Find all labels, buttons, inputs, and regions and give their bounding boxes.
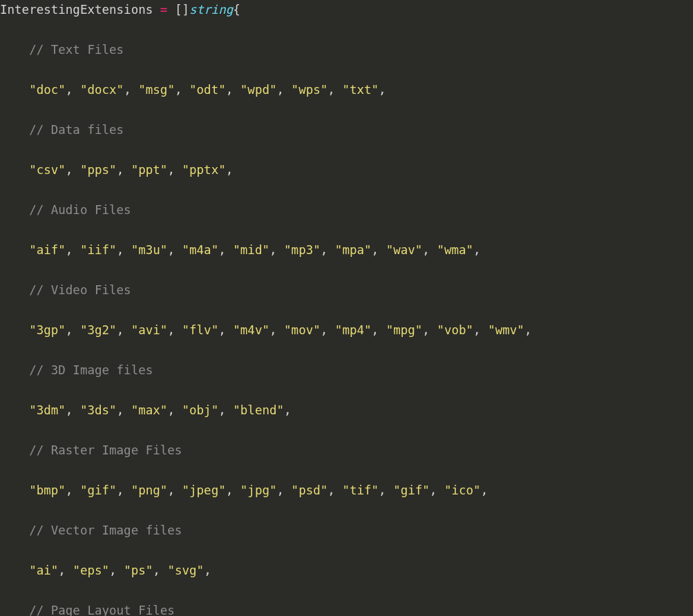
string-literal: "odt" bbox=[189, 83, 226, 97]
string-literal: "eps" bbox=[73, 564, 109, 577]
string-literal: "mp3" bbox=[284, 243, 321, 257]
string-literal: "max" bbox=[131, 403, 168, 417]
string-literal: "bmp" bbox=[29, 483, 66, 497]
comma: , bbox=[124, 83, 131, 97]
comma: , bbox=[226, 483, 234, 497]
string-literal: "psd" bbox=[292, 483, 328, 497]
comma: , bbox=[58, 564, 66, 577]
comma: , bbox=[321, 323, 328, 337]
comment-line: // Page Layout Files bbox=[0, 601, 693, 616]
comma: , bbox=[277, 483, 285, 497]
string-literal: "tif" bbox=[342, 483, 379, 497]
items-line: "3gp", "3g2", "avi", "flv", "m4v", "mov"… bbox=[0, 320, 693, 340]
comma: , bbox=[422, 243, 430, 257]
comma: , bbox=[327, 483, 335, 497]
string-literal: "ai" bbox=[29, 564, 58, 577]
string-literal: "3gp" bbox=[29, 323, 66, 337]
string-literal: "aif" bbox=[29, 243, 66, 257]
comment-line: // Audio Files bbox=[0, 200, 693, 220]
string-literal: "csv" bbox=[29, 163, 66, 177]
string-literal: "wav" bbox=[386, 243, 423, 257]
comma: , bbox=[524, 323, 532, 337]
items-line: "aif", "iif", "m3u", "m4a", "mid", "mp3"… bbox=[0, 240, 693, 260]
items-line: "bmp", "gif", "png", "jpeg", "jpg", "psd… bbox=[0, 481, 693, 501]
comment: // Data files bbox=[29, 123, 124, 137]
comma: , bbox=[269, 323, 277, 337]
comma: , bbox=[218, 243, 226, 257]
comma: , bbox=[327, 83, 335, 97]
comma: , bbox=[430, 483, 437, 497]
string-literal: "gif" bbox=[393, 483, 430, 497]
string-literal: "pps" bbox=[80, 163, 117, 177]
comma: , bbox=[167, 403, 175, 417]
comment: // Video Files bbox=[29, 283, 131, 297]
string-literal: "doc" bbox=[29, 83, 66, 97]
items-line: "csv", "pps", "ppt", "pptx", bbox=[0, 160, 693, 180]
assign-op: = [] bbox=[153, 3, 189, 17]
comment: // 3D Image files bbox=[29, 363, 153, 377]
comment: // Vector Image files bbox=[29, 523, 182, 537]
comma: , bbox=[66, 403, 73, 417]
string-literal: "m4a" bbox=[182, 243, 219, 257]
comma: , bbox=[218, 323, 226, 337]
string-literal: "wma" bbox=[437, 243, 473, 257]
comma: , bbox=[117, 403, 124, 417]
items-line: "doc", "docx", "msg", "odt", "wpd", "wps… bbox=[0, 80, 693, 100]
string-literal: "msg" bbox=[138, 83, 175, 97]
comma: , bbox=[66, 83, 73, 97]
comma: , bbox=[379, 483, 386, 497]
comma: , bbox=[109, 564, 117, 577]
comma: , bbox=[153, 564, 160, 577]
string-literal: "m3u" bbox=[131, 243, 168, 257]
comma: , bbox=[321, 243, 328, 257]
comma: , bbox=[167, 163, 175, 177]
string-literal: "txt" bbox=[342, 83, 379, 97]
string-literal: "ps" bbox=[124, 564, 153, 577]
comma: , bbox=[481, 483, 488, 497]
comma: , bbox=[66, 483, 73, 497]
string-literal: "m4v" bbox=[233, 323, 269, 337]
comma: , bbox=[167, 323, 175, 337]
string-literal: "wps" bbox=[292, 83, 328, 97]
string-literal: "mid" bbox=[233, 243, 269, 257]
comment-line: // Vector Image files bbox=[0, 521, 693, 541]
string-literal: "svg" bbox=[167, 564, 204, 577]
comment-line: // 3D Image files bbox=[0, 360, 693, 381]
string-literal: "docx" bbox=[80, 83, 124, 97]
comma: , bbox=[167, 483, 175, 497]
string-literal: "3dm" bbox=[29, 403, 66, 417]
comment: // Audio Files bbox=[29, 203, 131, 217]
comma: , bbox=[117, 323, 124, 337]
comma: , bbox=[269, 243, 277, 257]
comma: , bbox=[204, 564, 211, 577]
code-block: InterestingExtensions = []string{ // Tex… bbox=[0, 0, 693, 616]
comma: , bbox=[422, 323, 430, 337]
comma: , bbox=[66, 243, 73, 257]
comma: , bbox=[473, 243, 481, 257]
string-literal: "wpd" bbox=[240, 83, 277, 97]
items-line: "ai", "eps", "ps", "svg", bbox=[0, 561, 693, 581]
string-literal: "gif" bbox=[80, 483, 117, 497]
string-literal: "mp4" bbox=[335, 323, 372, 337]
comma: , bbox=[66, 163, 73, 177]
comment-line: // Video Files bbox=[0, 280, 693, 300]
string-literal: "obj" bbox=[182, 403, 219, 417]
string-literal: "3g2" bbox=[80, 323, 117, 337]
string-literal: "blend" bbox=[233, 403, 284, 417]
string-literal: "mpa" bbox=[335, 243, 372, 257]
comma: , bbox=[175, 83, 182, 97]
comma: , bbox=[372, 243, 379, 257]
comma: , bbox=[218, 403, 226, 417]
string-literal: "pptx" bbox=[182, 163, 226, 177]
string-literal: "avi" bbox=[131, 323, 168, 337]
comma: , bbox=[379, 83, 386, 97]
declaration-line: InterestingExtensions = []string{ bbox=[0, 0, 693, 20]
type-name: string bbox=[189, 3, 233, 17]
comment: // Text Files bbox=[29, 43, 124, 57]
comma: , bbox=[284, 403, 292, 417]
comma: , bbox=[473, 323, 481, 337]
comma: , bbox=[117, 483, 124, 497]
items-line: "3dm", "3ds", "max", "obj", "blend", bbox=[0, 401, 693, 421]
comment: // Raster Image Files bbox=[29, 443, 182, 457]
string-literal: "png" bbox=[131, 483, 168, 497]
